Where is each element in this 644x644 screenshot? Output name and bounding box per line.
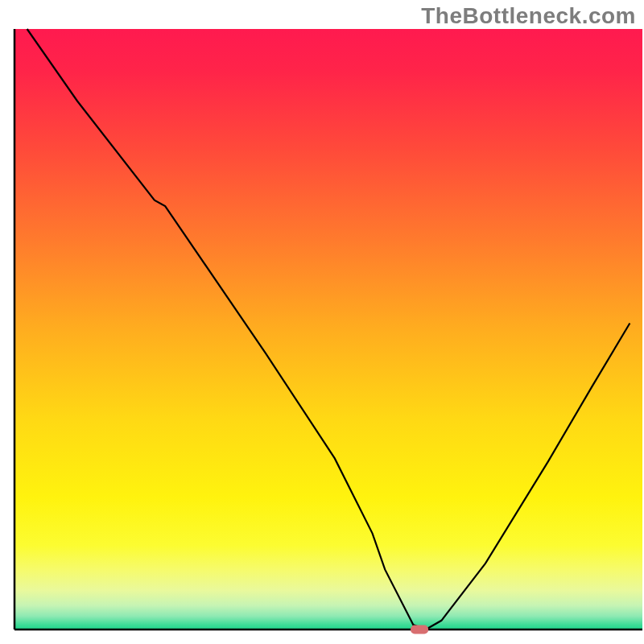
- bottleneck-chart: TheBottleneck.com: [0, 0, 644, 644]
- chart-svg: [0, 0, 644, 644]
- watermark-label: TheBottleneck.com: [421, 3, 636, 29]
- plot-background: [14, 29, 642, 630]
- minimum-marker: [411, 625, 428, 634]
